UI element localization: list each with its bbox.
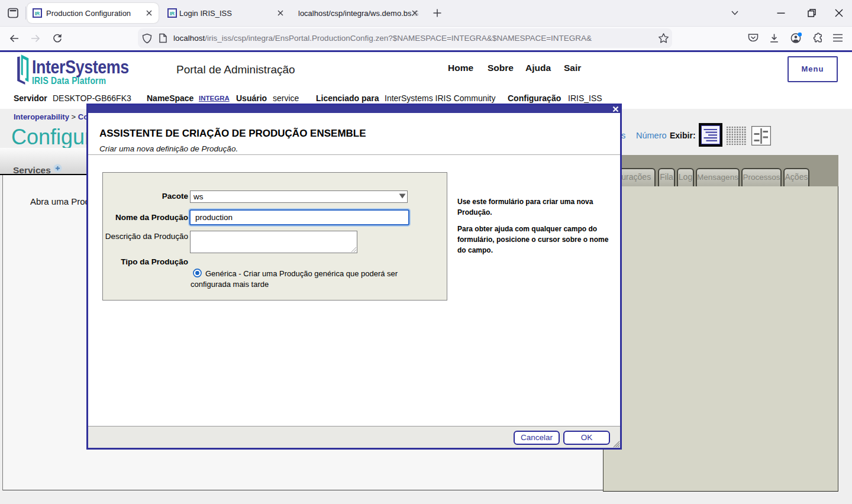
svg-text:InterSystems: InterSystems [32, 56, 129, 77]
svg-text:IR: IR [170, 11, 175, 17]
svg-text:IRIS Data Platform: IRIS Data Platform [32, 75, 106, 86]
svg-text:IR: IR [35, 11, 40, 17]
